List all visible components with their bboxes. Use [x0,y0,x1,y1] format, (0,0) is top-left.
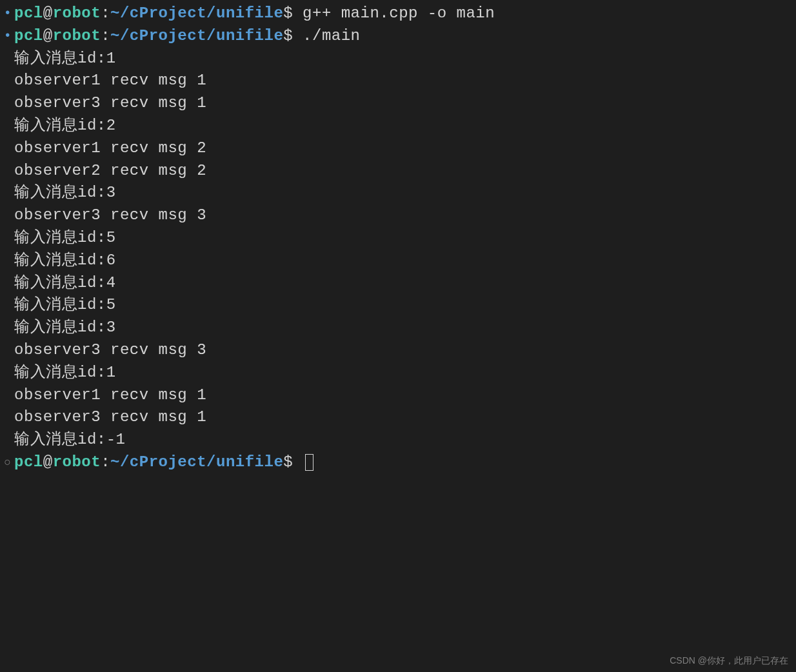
prompt-at: @ [43,5,53,22]
prompt-dollar: $ [283,27,303,44]
output-line: observer1 recv msg 1 [0,384,796,407]
prompt-dollar: $ [283,5,303,22]
prompt-colon: : [101,27,110,44]
output-line: observer1 recv msg 1 [0,70,796,92]
command-text: ./main [303,27,360,44]
watermark-text: CSDN @你好，此用户已存在 [670,654,788,667]
terminal-window[interactable]: •pcl@robot:~/cProject/unifile$ g++ main.… [0,3,796,474]
output-line: observer3 recv msg 3 [0,204,796,227]
prompt-colon: : [101,453,110,471]
prompt-path: ~/cProject/unifile [110,27,283,44]
prompt-bullet-icon: • [1,26,14,45]
output-line: 输入消息id:4 [0,272,796,295]
prompt-host: robot [53,453,101,471]
command-text: g++ main.cpp -o main [303,5,495,22]
output-line: 输入消息id:1 [0,48,796,70]
prompt-at: @ [43,453,53,471]
cursor-icon [305,454,313,471]
output-line: 输入消息id:3 [0,317,796,339]
output-line: observer3 recv msg 1 [0,92,796,115]
prompt-user: pcl [14,5,43,22]
prompt-line[interactable]: •pcl@robot:~/cProject/unifile$ g++ main.… [0,3,796,25]
output-line: 输入消息id:6 [0,250,796,272]
prompt-bullet-icon: • [1,4,14,23]
output-line: observer3 recv msg 3 [0,339,796,362]
output-line: 输入消息id:5 [0,294,796,317]
prompt-at: @ [43,27,53,44]
prompt-line[interactable]: ○pcl@robot:~/cProject/unifile$ [0,451,796,474]
output-line: observer1 recv msg 2 [0,137,796,160]
prompt-host: robot [53,5,101,22]
output-line: 输入消息id:2 [0,115,796,137]
output-line: 输入消息id:-1 [0,429,796,451]
prompt-host: robot [53,27,101,44]
prompt-user: pcl [14,453,43,471]
output-line: observer2 recv msg 2 [0,160,796,183]
output-line: 输入消息id:3 [0,182,796,204]
prompt-colon: : [101,5,110,22]
prompt-user: pcl [14,27,43,44]
prompt-line[interactable]: •pcl@robot:~/cProject/unifile$ ./main [0,25,796,48]
prompt-path: ~/cProject/unifile [110,5,283,22]
prompt-path: ~/cProject/unifile [110,453,283,471]
output-line: observer3 recv msg 1 [0,406,796,429]
prompt-bullet-hollow-icon: ○ [1,454,14,471]
output-line: 输入消息id:1 [0,362,796,384]
output-line: 输入消息id:5 [0,227,796,250]
prompt-dollar: $ [283,453,303,471]
